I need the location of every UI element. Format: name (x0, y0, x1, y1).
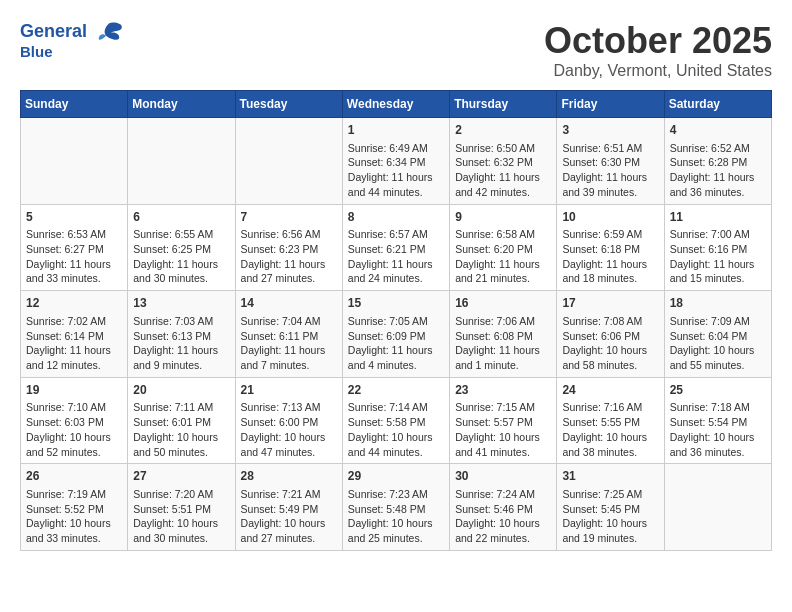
day-info: Sunrise: 7:05 AMSunset: 6:09 PMDaylight:… (348, 314, 444, 373)
calendar-cell: 18Sunrise: 7:09 AMSunset: 6:04 PMDayligh… (664, 291, 771, 378)
day-info: Sunrise: 7:24 AMSunset: 5:46 PMDaylight:… (455, 487, 551, 546)
day-number: 16 (455, 295, 551, 312)
calendar-cell: 5Sunrise: 6:53 AMSunset: 6:27 PMDaylight… (21, 204, 128, 291)
week-row-4: 19Sunrise: 7:10 AMSunset: 6:03 PMDayligh… (21, 377, 772, 464)
day-number: 8 (348, 209, 444, 226)
day-info: Sunrise: 7:14 AMSunset: 5:58 PMDaylight:… (348, 400, 444, 459)
weekday-header-monday: Monday (128, 91, 235, 118)
day-info: Sunrise: 7:03 AMSunset: 6:13 PMDaylight:… (133, 314, 229, 373)
day-info: Sunrise: 6:49 AMSunset: 6:34 PMDaylight:… (348, 141, 444, 200)
calendar-cell: 22Sunrise: 7:14 AMSunset: 5:58 PMDayligh… (342, 377, 449, 464)
calendar-cell: 29Sunrise: 7:23 AMSunset: 5:48 PMDayligh… (342, 464, 449, 551)
day-info: Sunrise: 7:10 AMSunset: 6:03 PMDaylight:… (26, 400, 122, 459)
day-info: Sunrise: 7:20 AMSunset: 5:51 PMDaylight:… (133, 487, 229, 546)
calendar-cell: 19Sunrise: 7:10 AMSunset: 6:03 PMDayligh… (21, 377, 128, 464)
calendar-cell: 10Sunrise: 6:59 AMSunset: 6:18 PMDayligh… (557, 204, 664, 291)
day-number: 31 (562, 468, 658, 485)
calendar-cell: 3Sunrise: 6:51 AMSunset: 6:30 PMDaylight… (557, 118, 664, 205)
logo: General Blue (20, 20, 124, 60)
calendar-cell: 20Sunrise: 7:11 AMSunset: 6:01 PMDayligh… (128, 377, 235, 464)
day-number: 28 (241, 468, 337, 485)
weekday-header-saturday: Saturday (664, 91, 771, 118)
calendar-cell: 27Sunrise: 7:20 AMSunset: 5:51 PMDayligh… (128, 464, 235, 551)
day-number: 1 (348, 122, 444, 139)
day-info: Sunrise: 6:58 AMSunset: 6:20 PMDaylight:… (455, 227, 551, 286)
day-info: Sunrise: 6:52 AMSunset: 6:28 PMDaylight:… (670, 141, 766, 200)
day-number: 13 (133, 295, 229, 312)
day-info: Sunrise: 7:19 AMSunset: 5:52 PMDaylight:… (26, 487, 122, 546)
day-number: 29 (348, 468, 444, 485)
day-info: Sunrise: 7:04 AMSunset: 6:11 PMDaylight:… (241, 314, 337, 373)
day-info: Sunrise: 7:18 AMSunset: 5:54 PMDaylight:… (670, 400, 766, 459)
calendar-cell: 2Sunrise: 6:50 AMSunset: 6:32 PMDaylight… (450, 118, 557, 205)
calendar-cell: 4Sunrise: 6:52 AMSunset: 6:28 PMDaylight… (664, 118, 771, 205)
weekday-header-row: SundayMondayTuesdayWednesdayThursdayFrid… (21, 91, 772, 118)
weekday-header-sunday: Sunday (21, 91, 128, 118)
calendar-cell: 9Sunrise: 6:58 AMSunset: 6:20 PMDaylight… (450, 204, 557, 291)
day-number: 25 (670, 382, 766, 399)
calendar-cell: 23Sunrise: 7:15 AMSunset: 5:57 PMDayligh… (450, 377, 557, 464)
day-info: Sunrise: 7:00 AMSunset: 6:16 PMDaylight:… (670, 227, 766, 286)
day-number: 24 (562, 382, 658, 399)
day-number: 21 (241, 382, 337, 399)
day-number: 27 (133, 468, 229, 485)
logo-text: General (20, 20, 124, 45)
week-row-2: 5Sunrise: 6:53 AMSunset: 6:27 PMDaylight… (21, 204, 772, 291)
day-number: 7 (241, 209, 337, 226)
calendar-cell: 28Sunrise: 7:21 AMSunset: 5:49 PMDayligh… (235, 464, 342, 551)
week-row-3: 12Sunrise: 7:02 AMSunset: 6:14 PMDayligh… (21, 291, 772, 378)
day-number: 9 (455, 209, 551, 226)
day-info: Sunrise: 7:23 AMSunset: 5:48 PMDaylight:… (348, 487, 444, 546)
calendar-cell: 8Sunrise: 6:57 AMSunset: 6:21 PMDaylight… (342, 204, 449, 291)
day-number: 26 (26, 468, 122, 485)
day-number: 4 (670, 122, 766, 139)
day-info: Sunrise: 6:59 AMSunset: 6:18 PMDaylight:… (562, 227, 658, 286)
day-info: Sunrise: 7:16 AMSunset: 5:55 PMDaylight:… (562, 400, 658, 459)
day-number: 2 (455, 122, 551, 139)
day-info: Sunrise: 7:11 AMSunset: 6:01 PMDaylight:… (133, 400, 229, 459)
day-number: 12 (26, 295, 122, 312)
calendar-cell (235, 118, 342, 205)
calendar-cell (128, 118, 235, 205)
day-number: 15 (348, 295, 444, 312)
calendar-cell: 6Sunrise: 6:55 AMSunset: 6:25 PMDaylight… (128, 204, 235, 291)
calendar-table: SundayMondayTuesdayWednesdayThursdayFrid… (20, 90, 772, 551)
calendar-cell: 31Sunrise: 7:25 AMSunset: 5:45 PMDayligh… (557, 464, 664, 551)
day-number: 14 (241, 295, 337, 312)
day-info: Sunrise: 7:13 AMSunset: 6:00 PMDaylight:… (241, 400, 337, 459)
calendar-cell (664, 464, 771, 551)
month-title: October 2025 (544, 20, 772, 62)
day-info: Sunrise: 7:09 AMSunset: 6:04 PMDaylight:… (670, 314, 766, 373)
day-info: Sunrise: 7:08 AMSunset: 6:06 PMDaylight:… (562, 314, 658, 373)
calendar-cell (21, 118, 128, 205)
day-number: 3 (562, 122, 658, 139)
day-info: Sunrise: 6:53 AMSunset: 6:27 PMDaylight:… (26, 227, 122, 286)
logo-blue: Blue (20, 43, 124, 60)
calendar-cell: 15Sunrise: 7:05 AMSunset: 6:09 PMDayligh… (342, 291, 449, 378)
calendar-cell: 24Sunrise: 7:16 AMSunset: 5:55 PMDayligh… (557, 377, 664, 464)
day-info: Sunrise: 6:56 AMSunset: 6:23 PMDaylight:… (241, 227, 337, 286)
weekday-header-friday: Friday (557, 91, 664, 118)
calendar-cell: 7Sunrise: 6:56 AMSunset: 6:23 PMDaylight… (235, 204, 342, 291)
day-info: Sunrise: 7:15 AMSunset: 5:57 PMDaylight:… (455, 400, 551, 459)
day-info: Sunrise: 6:57 AMSunset: 6:21 PMDaylight:… (348, 227, 444, 286)
location-title: Danby, Vermont, United States (544, 62, 772, 80)
day-number: 6 (133, 209, 229, 226)
page-header: General Blue October 2025 Danby, Vermont… (20, 20, 772, 80)
day-info: Sunrise: 7:06 AMSunset: 6:08 PMDaylight:… (455, 314, 551, 373)
day-number: 17 (562, 295, 658, 312)
day-number: 11 (670, 209, 766, 226)
calendar-cell: 16Sunrise: 7:06 AMSunset: 6:08 PMDayligh… (450, 291, 557, 378)
day-info: Sunrise: 6:50 AMSunset: 6:32 PMDaylight:… (455, 141, 551, 200)
calendar-cell: 26Sunrise: 7:19 AMSunset: 5:52 PMDayligh… (21, 464, 128, 551)
weekday-header-thursday: Thursday (450, 91, 557, 118)
calendar-cell: 30Sunrise: 7:24 AMSunset: 5:46 PMDayligh… (450, 464, 557, 551)
calendar-cell: 12Sunrise: 7:02 AMSunset: 6:14 PMDayligh… (21, 291, 128, 378)
weekday-header-wednesday: Wednesday (342, 91, 449, 118)
day-number: 23 (455, 382, 551, 399)
title-block: October 2025 Danby, Vermont, United Stat… (544, 20, 772, 80)
day-number: 20 (133, 382, 229, 399)
calendar-cell: 13Sunrise: 7:03 AMSunset: 6:13 PMDayligh… (128, 291, 235, 378)
calendar-cell: 21Sunrise: 7:13 AMSunset: 6:00 PMDayligh… (235, 377, 342, 464)
calendar-cell: 17Sunrise: 7:08 AMSunset: 6:06 PMDayligh… (557, 291, 664, 378)
